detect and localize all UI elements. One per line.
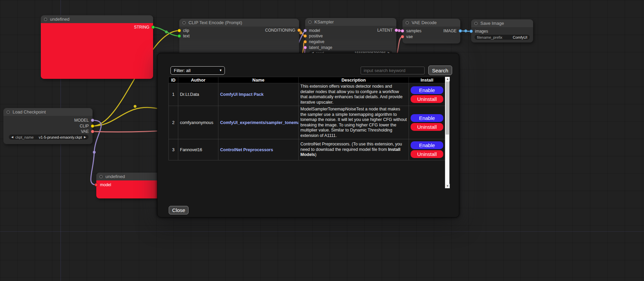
node-load-checkpoint[interactable]: Load Checkpoint MODEL CLIP VAE ◀ ckpt_na… [3,108,93,144]
output-port-conditioning[interactable]: CONDITIONING [265,28,301,33]
header-install: Install [409,77,445,83]
enable-button[interactable]: Enable [411,141,443,149]
search-input[interactable] [361,67,425,74]
table-header-row: ID Author Name Description Install [169,77,445,83]
input-port-positive[interactable]: positive [303,34,323,38]
latent-output-dot-icon[interactable] [395,29,398,32]
table-scrollbar[interactable]: ▲ ▼ [445,77,449,188]
extension-description: This extension offers various detector n… [299,83,409,106]
extension-id: 1 [169,83,178,106]
scroll-down-icon[interactable]: ▼ [445,184,450,188]
extension-name-link[interactable]: ComfyUI Impact Pack [220,92,264,97]
node-title: CLIP Text Encode (Prompt) [188,20,242,25]
model-output-dot-icon[interactable] [91,119,94,122]
scrollbar-thumb[interactable] [446,82,449,135]
collapse-icon[interactable] [44,18,47,21]
extension-name-link[interactable]: ControlNet Preprocessors [220,147,273,152]
node-title-bar[interactable]: undefined [41,15,153,23]
node-vae-decode[interactable]: VAE Decode samples vae IMAGE [402,19,460,43]
port-label: LATENT [377,28,393,33]
string-port-dot-icon[interactable] [151,25,155,29]
extension-name-link[interactable]: ComfyUI_experiments/sampler_tonemap [220,120,299,125]
input-port-clip[interactable]: clip [178,28,189,33]
negative-port-dot-icon[interactable] [303,40,307,43]
close-button[interactable]: Close [169,206,188,214]
output-port-image[interactable]: IMAGE [443,29,462,33]
node-title-bar[interactable]: Save Image [471,19,533,27]
model-port-dot-icon[interactable] [303,29,307,32]
port-label: samples [406,29,422,33]
extension-row: 2 comfyanonymous ComfyUI_experiments/sam… [169,106,445,139]
search-button[interactable]: Search [428,66,452,75]
input-port-images[interactable]: images [469,29,488,34]
collapse-icon[interactable] [99,175,103,178]
output-port-string[interactable]: STRING [134,25,155,30]
input-port-text[interactable]: text [178,34,189,38]
uninstall-button[interactable]: Uninstall [411,150,443,158]
node-title: Load Checkpoint [13,109,46,115]
prev-arrow-icon[interactable]: ◀ [11,136,13,139]
clip-port-dot-icon[interactable] [178,29,181,32]
extension-id: 2 [169,106,178,139]
node-title: Save Image [480,21,504,26]
text-port-dot-icon[interactable] [178,34,181,38]
input-port-model[interactable]: model [303,28,320,33]
node-title-bar[interactable]: Load Checkpoint [3,108,93,116]
images-port-dot-icon[interactable] [469,30,473,33]
extensions-table-zone: ID Author Name Description Install 1 Dr.… [168,77,449,160]
input-port-model[interactable]: model [95,182,111,187]
widget-label: ckpt_name [15,135,34,139]
vae-output-dot-icon[interactable] [91,130,94,133]
port-label: IMAGE [443,29,457,33]
node-undefined-top[interactable]: undefined STRING [41,15,153,79]
output-port-vae[interactable]: VAE [81,129,94,134]
output-port-model[interactable]: MODEL [74,118,94,123]
input-port-vae[interactable]: vae [401,34,413,39]
samples-port-dot-icon[interactable] [401,29,404,33]
enable-button[interactable]: Enable [411,86,443,94]
vae-port-dot-icon[interactable] [401,35,404,38]
input-port-negative[interactable]: negative [303,39,324,44]
extension-row: 3 Fannovel16 ControlNet Preprocessors Co… [169,139,445,160]
output-port-clip[interactable]: CLIP [80,124,94,128]
uninstall-button[interactable]: Uninstall [411,95,443,103]
node-title-bar[interactable]: CLIP Text Encode (Prompt) [179,19,299,27]
latent-port-dot-icon[interactable] [303,46,307,49]
port-label: model [309,28,320,33]
extension-row: 1 Dr.Lt.Data ComfyUI Impact Pack This ex… [169,83,445,106]
positive-port-dot-icon[interactable] [303,34,307,38]
collapse-icon[interactable] [308,20,312,24]
model-port-dot-icon[interactable] [95,183,98,187]
link-midpoint-dot [165,31,168,33]
ckpt-name-widget[interactable]: ◀ ckpt_name v1-5-pruned-emaonly.ckpt ▶ [9,135,88,140]
extension-author: Dr.Lt.Data [178,83,218,106]
conditioning-port-dot-icon[interactable] [297,29,301,32]
image-output-dot-icon[interactable] [459,29,462,33]
collapse-icon[interactable] [182,21,186,24]
output-port-latent[interactable]: LATENT [377,28,398,33]
next-arrow-icon[interactable]: ▶ [84,136,86,139]
link-midpoint-dot [134,105,136,108]
uninstall-button[interactable]: Uninstall [411,123,443,131]
input-port-samples[interactable]: samples [401,29,422,33]
node-save-image[interactable]: Save Image images filename_prefix ComfyU… [471,19,533,42]
header-author: Author [178,77,218,83]
port-label: CLIP [80,124,89,128]
port-label: text [183,34,189,38]
clip-output-dot-icon[interactable] [91,124,94,128]
filter-select[interactable]: Filter: all [170,66,225,75]
port-label: positive [309,34,323,38]
scroll-up-icon[interactable]: ▲ [445,77,450,81]
enable-button[interactable]: Enable [411,114,443,122]
collapse-icon[interactable] [6,110,10,114]
description-text: ControlNet Preprocessors. (To use this e… [300,142,402,152]
port-label: MODEL [74,118,89,123]
input-port-latent-image[interactable]: latent_image [303,45,332,50]
node-title-bar[interactable]: KSampler [305,18,396,26]
collapse-icon[interactable] [406,21,409,24]
collapse-icon[interactable] [474,22,478,25]
node-title-bar[interactable]: VAE Decode [402,19,460,27]
custom-nodes-manager-dialog: Filter: all ▼ Search ID Author Name Desc… [157,53,459,217]
filename-prefix-widget[interactable]: filename_prefix ComfyUI [475,35,530,40]
extension-actions: Enable Uninstall [409,83,445,106]
